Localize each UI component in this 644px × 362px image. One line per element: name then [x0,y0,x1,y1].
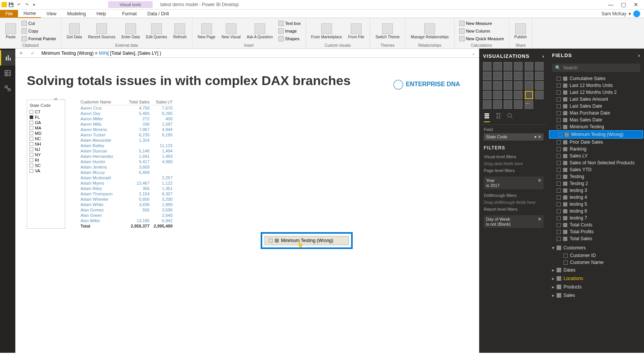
field-item[interactable]: Last 12 Months Units 2 [548,89,644,96]
image-button[interactable]: Image [277,28,302,34]
user-area[interactable]: Sam McKay ▾ [601,10,644,17]
field-item[interactable]: Sales LY [548,152,644,159]
field-item[interactable]: testing 3 [548,187,644,194]
field-item[interactable]: Last Sales Date [548,103,644,110]
slicer-item[interactable]: NC [30,136,62,141]
copy-button[interactable]: Copy [20,28,58,34]
format-tab-icon[interactable] [495,113,501,122]
filled-map-viz[interactable] [525,81,533,90]
new-measure-button[interactable]: New Measure [458,20,506,27]
slicer-item[interactable]: CT [30,109,62,115]
field-item[interactable]: Last 12 Months Units [548,82,644,89]
maximize-button[interactable]: ▢ [621,2,626,8]
slicer-item[interactable]: NJ [30,147,62,152]
kpi-viz[interactable] [514,91,522,99]
report-canvas[interactable]: Solving totals issues in with complex DA… [15,58,479,353]
column-item[interactable]: Customer Name [548,259,644,266]
format-painter-button[interactable]: Format Painter [20,35,58,42]
stacked-area-viz[interactable] [483,72,491,80]
pie-viz[interactable] [483,81,491,90]
recent-sources-button[interactable]: Recent Sources [86,23,118,40]
new-page-button[interactable]: New Page [196,23,218,40]
field-item[interactable]: Minimum Testing (Wrong) [549,130,643,139]
remove-filter-icon[interactable]: ✕ [538,178,541,183]
slicer-item[interactable]: VA [30,168,62,174]
py-viz[interactable] [504,100,512,109]
view-tab[interactable]: View [41,10,62,18]
new-quick-measure-button[interactable]: New Quick Measure [458,35,506,42]
slicer-item[interactable]: NH [30,141,62,147]
custom-viz[interactable] [514,100,522,109]
field-item[interactable]: Max Sales Date [548,116,644,123]
enter-data-button[interactable]: Enter Data [119,23,142,40]
from-file-button[interactable]: From File [346,23,366,40]
new-visual-button[interactable]: New Visual [219,23,243,40]
table-row[interactable]: Aaron Miller272400 [80,116,172,121]
donut-viz[interactable] [493,81,502,90]
edit-queries-button[interactable]: Edit Queries [144,23,169,40]
field-item[interactable]: Last Sales Amount [548,96,644,103]
table-node[interactable]: ▸Locations [548,274,644,283]
field-item[interactable]: Sales YTD [548,166,644,173]
multi-card-viz[interactable] [504,91,512,99]
fields-header[interactable]: FIELDS› [548,49,644,62]
field-item[interactable]: Minimum Testing [548,123,644,130]
report-view-button[interactable] [0,50,15,66]
formula-commit-icon[interactable]: ✓ [27,51,38,56]
file-tab[interactable]: File [0,10,18,18]
viz-header[interactable]: VISUALIZATIONS› [481,52,547,61]
slicer-item[interactable]: SC [30,163,62,168]
close-button[interactable]: ✕ [634,2,638,8]
field-item[interactable]: testing 7 [548,215,644,221]
treemap-viz[interactable] [504,81,512,90]
map-viz[interactable] [514,81,522,90]
field-item[interactable]: Testing 2 [548,180,644,187]
field-item[interactable]: Total Costs [548,221,644,228]
data-view-button[interactable] [0,66,15,81]
paste-button[interactable]: Paste [3,23,18,40]
publish-button[interactable]: Publish [512,23,529,40]
help-tab[interactable]: Help [91,10,112,18]
table-row[interactable]: Adam Mcdonald2,257 [80,175,172,180]
ask-question-button[interactable]: Ask A Question [245,23,275,40]
slicer-header-icons[interactable]: ⇄ ⋯ [54,97,64,101]
field-item[interactable]: Total Sales [548,235,644,242]
funnel-viz[interactable] [535,81,544,90]
model-view-button[interactable] [0,81,15,96]
waterfall-viz[interactable] [525,72,533,80]
table-row[interactable]: Adam Hunter9,4174,990 [80,159,172,164]
slicer-item[interactable]: GA [30,120,62,125]
table-node[interactable]: ▾Customers [548,244,644,252]
table-row[interactable]: Adam White3,8381,889 [80,202,172,207]
field-item[interactable]: testing 5 [548,201,644,208]
table-row[interactable]: Adam Mccoy5,499 [80,170,172,175]
table-row[interactable]: Adam Riley3561,351 [80,186,172,191]
area-viz[interactable] [535,62,544,70]
analytics-tab-icon[interactable] [507,113,513,122]
field-item[interactable]: Prior Date Sales [548,139,644,146]
shapes-button[interactable]: Shapes [277,35,302,42]
home-tab[interactable]: Home [18,10,41,18]
table-row[interactable]: Aaron Tucker6,2359,185 [80,132,172,138]
vlf-drop[interactable]: Drag data fields here [484,160,544,167]
formula-cancel-icon[interactable]: ✕ [15,51,27,56]
customer-sales-table[interactable]: Customer Name Total Sales Sales LY Aaron… [80,100,172,229]
clustered-col-viz[interactable] [514,62,522,70]
field-item[interactable]: Sales of Non Selected Products [548,159,644,166]
table-row[interactable]: Adam Jenkins3,609 [80,164,172,170]
manage-relationships-button[interactable]: Manage Relationships [409,23,451,40]
table-row[interactable]: Adam Alexander1,324 [80,138,172,143]
slicer-item[interactable]: NY [30,152,62,157]
drag-field-chip[interactable]: Minimum Testing (Wrong) 👆 [261,232,353,249]
clustered-bar-viz[interactable] [493,62,502,70]
table-row[interactable]: Adam Hernandez1,8411,493 [80,154,172,159]
format-tab[interactable]: Format [117,10,142,18]
field-item[interactable]: Testing [548,173,644,180]
field-item[interactable]: Max Purchase Date [548,110,644,116]
formula-expand-icon[interactable]: ⌄ [468,51,479,56]
column-item[interactable]: Customer ID [548,252,644,259]
scatter-viz[interactable] [535,72,544,80]
field-well-value[interactable]: State Code▾ ✕ [484,133,544,141]
field-item[interactable]: testing 6 [548,208,644,215]
redo-icon[interactable]: ↷ [23,1,30,8]
